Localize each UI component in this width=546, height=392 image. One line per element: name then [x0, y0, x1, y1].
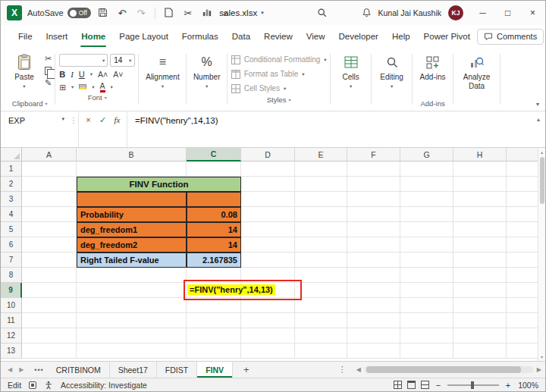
- cell[interactable]: [22, 328, 77, 343]
- row-header-10[interactable]: 10: [1, 298, 22, 313]
- cell[interactable]: [77, 343, 187, 359]
- autosave-switch[interactable]: Off: [67, 8, 91, 18]
- cell[interactable]: [295, 343, 347, 359]
- cell[interactable]: [453, 177, 507, 192]
- cell[interactable]: [187, 298, 241, 313]
- cell[interactable]: [347, 283, 400, 298]
- table-value-cell[interactable]: 2.167835: [187, 252, 241, 268]
- row-header-2[interactable]: 2: [1, 177, 22, 192]
- cell[interactable]: [22, 298, 77, 313]
- font-name-select[interactable]: ▾: [59, 54, 108, 67]
- tab-power-pivot[interactable]: Power Pivot: [417, 25, 477, 48]
- cell[interactable]: [241, 207, 295, 222]
- format-as-table-button[interactable]: Format as Table ▾: [231, 67, 327, 80]
- column-header-c[interactable]: C: [187, 148, 241, 162]
- cell[interactable]: [400, 222, 453, 237]
- zoom-slider-thumb[interactable]: [471, 381, 474, 389]
- sheet-tab-critbinom[interactable]: CRITBINOM: [48, 362, 110, 378]
- cell[interactable]: [507, 252, 539, 268]
- cell[interactable]: [400, 207, 453, 222]
- cut-icon[interactable]: ✂: [45, 55, 52, 63]
- cell[interactable]: [400, 313, 453, 328]
- dialog-launcher-icon[interactable]: ▾: [45, 101, 47, 106]
- cell[interactable]: [241, 313, 295, 328]
- cells-button[interactable]: Cells ▾: [334, 50, 368, 89]
- cell[interactable]: [241, 222, 295, 237]
- row-header-8[interactable]: 8: [1, 268, 22, 283]
- borders-icon[interactable]: ⊞: [59, 83, 66, 92]
- cell[interactable]: [453, 252, 507, 268]
- cell[interactable]: [241, 237, 295, 252]
- cell[interactable]: [77, 268, 187, 283]
- accessibility-status[interactable]: Accessibility: Investigate: [61, 381, 147, 390]
- cell[interactable]: [295, 192, 347, 207]
- page-layout-view-icon[interactable]: [407, 381, 416, 389]
- column-header-e[interactable]: E: [295, 148, 347, 162]
- cell[interactable]: [77, 283, 187, 298]
- cell[interactable]: [347, 207, 400, 222]
- minimize-button[interactable]: ─: [470, 1, 495, 25]
- tab-review[interactable]: Review: [257, 25, 300, 48]
- cell[interactable]: [347, 328, 400, 343]
- hscroll-right-icon[interactable]: ▶: [537, 366, 541, 373]
- column-header-h[interactable]: H: [453, 148, 507, 162]
- cell[interactable]: [241, 328, 295, 343]
- scroll-up-icon[interactable]: ▴: [541, 149, 543, 155]
- row-header-4[interactable]: 4: [1, 207, 22, 222]
- cell[interactable]: [295, 313, 347, 328]
- cell[interactable]: [453, 298, 507, 313]
- cell[interactable]: [22, 343, 77, 359]
- horizontal-scrollbar[interactable]: [365, 366, 533, 373]
- cell[interactable]: [453, 237, 507, 252]
- name-box-resize-handle[interactable]: ⋮: [69, 111, 78, 147]
- cell[interactable]: [187, 313, 241, 328]
- tab-help[interactable]: Help: [385, 25, 417, 48]
- name-box[interactable]: EXP ▾: [1, 111, 69, 147]
- user-name[interactable]: Kunal Jai Kaushik: [378, 8, 441, 17]
- cell[interactable]: [295, 222, 347, 237]
- table-cell[interactable]: [187, 192, 241, 207]
- notification-icon[interactable]: [362, 8, 372, 19]
- page-break-view-icon[interactable]: [421, 381, 429, 389]
- copy-icon[interactable]: [45, 67, 52, 75]
- cell[interactable]: [77, 328, 187, 343]
- cell[interactable]: [241, 252, 295, 268]
- collapse-formula-bar-icon[interactable]: ▴: [537, 116, 540, 123]
- cell[interactable]: [22, 177, 77, 192]
- redo-icon[interactable]: ↷: [134, 8, 148, 18]
- cell[interactable]: [453, 162, 507, 177]
- bold-button[interactable]: B: [59, 70, 65, 79]
- cell[interactable]: [187, 343, 241, 359]
- table-label-cell[interactable]: deg_freedom2: [77, 237, 187, 252]
- autosave-toggle[interactable]: AutoSave Off: [27, 8, 91, 18]
- cell[interactable]: [507, 207, 539, 222]
- italic-button[interactable]: I: [71, 70, 74, 79]
- zoom-level[interactable]: 100%: [517, 381, 538, 390]
- tab-file[interactable]: File: [11, 25, 39, 48]
- dialog-launcher-icon[interactable]: ▾: [105, 95, 107, 100]
- scroll-down-icon[interactable]: ▾: [541, 354, 543, 359]
- cell[interactable]: [22, 252, 77, 268]
- cell[interactable]: [22, 313, 77, 328]
- cell[interactable]: [347, 313, 400, 328]
- tab-page-layout[interactable]: Page Layout: [112, 25, 175, 48]
- column-header-b[interactable]: B: [77, 148, 187, 162]
- cell[interactable]: [241, 162, 295, 177]
- cell[interactable]: [507, 177, 539, 192]
- cell[interactable]: [241, 343, 295, 359]
- column-header-a[interactable]: A: [22, 148, 77, 162]
- alignment-button[interactable]: ≡ Alignment ▾: [143, 50, 182, 89]
- excel-logo-icon[interactable]: X: [7, 5, 22, 20]
- format-painter-icon[interactable]: ✎: [45, 79, 52, 87]
- font-color-icon[interactable]: A: [100, 82, 105, 93]
- cell[interactable]: [507, 283, 539, 298]
- cell[interactable]: [22, 207, 77, 222]
- fill-color-icon[interactable]: [79, 84, 86, 89]
- formula-input[interactable]: =FINV("henry",14,13): [127, 111, 545, 147]
- row-header-5[interactable]: 5: [1, 222, 22, 237]
- cell[interactable]: [400, 343, 453, 359]
- cell[interactable]: [347, 177, 400, 192]
- column-header-d[interactable]: D: [241, 148, 295, 162]
- table-value-cell[interactable]: 14: [187, 237, 241, 252]
- select-all-corner[interactable]: [1, 148, 22, 162]
